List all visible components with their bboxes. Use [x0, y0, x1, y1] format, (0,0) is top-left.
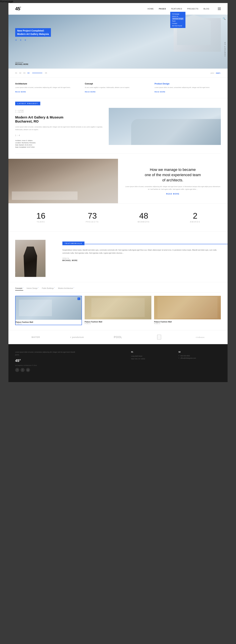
- nav-link-blog[interactable]: BLOG: [204, 8, 209, 10]
- pag-05[interactable]: 05: [45, 72, 47, 74]
- search-icon[interactable]: 🔍: [223, 17, 226, 20]
- project-date-completed: Date Completed: 10.07.2016: [15, 146, 104, 148]
- facebook-icon[interactable]: f: [15, 368, 19, 372]
- project-card-image-2: [154, 296, 221, 320]
- project-title: Modern Art Gallery & MuseumBucharest, RO: [15, 115, 104, 123]
- project-card-0[interactable]: 1 Palace Fashion Mall PUBLIC: [15, 296, 82, 325]
- pagination-section: 01 02 03 04 05 prev next ›: [8, 68, 228, 78]
- pagination-prev[interactable]: prev: [210, 72, 214, 74]
- project-card-2[interactable]: Palace Fashion Mall PUBLIC: [154, 296, 221, 325]
- browser-tab-label: Homepage: [0, 0, 13, 3]
- twitter-icon[interactable]: t: [20, 368, 24, 372]
- pag-03[interactable]: 03: [24, 72, 26, 74]
- nav-link-home[interactable]: HOME: [148, 8, 154, 10]
- footer-phone-row: P 555-555-9555: [178, 355, 221, 357]
- project-card-1[interactable]: Palace Fashion Mall PUBLIC: [84, 296, 152, 325]
- footer-about-col: Lorem ipsum dolor sit amet, consectetur …: [15, 351, 79, 372]
- feature-text-0: Lorem ipsum dolor sit amet, consectetur …: [15, 86, 82, 89]
- footer-address: Long Wall Street New York, NY 10032: [131, 355, 174, 360]
- filter-tab-interior[interactable]: Interior Design *: [27, 287, 38, 290]
- footer-phone-label: P: [178, 355, 179, 357]
- dropdown-item-404[interactable]: 404 Not Found: [172, 24, 184, 27]
- footer-col-title-01: 01: [131, 351, 174, 353]
- dropdown-item-services-single[interactable]: Services Single: [172, 18, 184, 20]
- about-desk-element: [12, 192, 78, 200]
- footer-top: Lorem ipsum dolor sit amet, consectetur …: [15, 351, 221, 372]
- filter-tab-public[interactable]: Public Buildings *: [42, 287, 54, 290]
- project-left: 1 — 4 of 987 1 — 64 of 87 Modern Art Gal…: [15, 108, 109, 148]
- pagination-controls: prev next ›: [210, 72, 221, 74]
- dropdown-item-team[interactable]: Team: [172, 20, 184, 22]
- testimonials-author: MICHAEL MORE: [62, 260, 221, 262]
- about-read-more[interactable]: READ MORE: [125, 193, 221, 195]
- read-more-2[interactable]: READ MORE: [154, 91, 165, 93]
- read-more-0[interactable]: READ MORE: [15, 91, 26, 93]
- feature-architecture: Architecture Lorem ipsum dolor sit amet,…: [15, 82, 82, 93]
- stat-projects: 73 PROJECTS: [66, 212, 118, 223]
- footer-spacer: [84, 351, 126, 372]
- nav-link-projects[interactable]: PROJECTS: [187, 8, 198, 10]
- stat-number-members: 48: [118, 212, 170, 220]
- project-card-type-1: PUBLIC: [84, 323, 152, 324]
- project-nav-next[interactable]: 4: [19, 134, 20, 136]
- project-sub: 1 — 4 of 987 1 — 64 of 87: [15, 110, 104, 113]
- dropdown-item-homepage[interactable]: Homepage: [172, 13, 184, 15]
- dropdown-item-about[interactable]: About Us: [172, 15, 184, 18]
- testimonials-left: 4: [8, 236, 56, 277]
- project-card-name-2: Palace Fashion Mall: [154, 321, 221, 323]
- browser-bar: Homepage: [0, 0, 236, 3]
- footer-contact-col: 02 P 555-555-9555 E office@45degrees.com: [178, 351, 221, 372]
- pagination-progress-line: [32, 73, 42, 73]
- about-content: How we manage to becameone of the most e…: [118, 159, 228, 203]
- hamburger-icon[interactable]: [218, 8, 221, 10]
- hero-design-label: Design by: [15, 62, 28, 63]
- nav-logo[interactable]: 45°: [15, 6, 21, 12]
- dropdown-item-contact[interactable]: Contact: [172, 22, 184, 24]
- testimonials-quote: Suspendisse metus turpis, blandit sed do…: [62, 248, 221, 255]
- filter-tab-modern[interactable]: Modern Architecture *: [58, 287, 74, 290]
- latest-project-header: LATEST PROJECT: [15, 98, 221, 108]
- testimonials-section: 4 TESTIMONIALS Suspendisse metus turpis,…: [8, 232, 228, 282]
- footer-email-row: E office@45degrees.com: [178, 357, 221, 359]
- testimonials-right: TESTIMONIALS Suspendisse metus turpis, b…: [56, 236, 228, 277]
- testimonials-line: [82, 244, 228, 244]
- footer-address-col: 01 Long Wall Street New York, NY 10032: [131, 351, 174, 372]
- logo-water: WATER: [15, 336, 56, 338]
- footer-email: office@45degrees.com: [180, 357, 196, 359]
- stat-awards: 2 AWARDS: [170, 212, 221, 223]
- project-display: 1 — 4 of 987 1 — 64 of 87 Modern Art Gal…: [15, 108, 221, 154]
- hero-credit: Design by MICHAEL MORE: [15, 62, 28, 65]
- pagination-next[interactable]: next ›: [216, 72, 221, 74]
- pag-04-active[interactable]: 04: [28, 72, 30, 74]
- read-more-1[interactable]: READ MORE: [85, 91, 96, 93]
- filter-tabs: Concepts * Interior Design * Public Buil…: [15, 287, 221, 292]
- stat-label-awards: AWARDS: [170, 221, 221, 223]
- nav-link-pages[interactable]: PAGES: [159, 8, 166, 10]
- pag-01[interactable]: 01: [15, 72, 17, 74]
- testimonials-label: TESTIMONIALS: [62, 242, 84, 245]
- hero-section: New Project Completed: Modern Art Galler…: [8, 15, 228, 68]
- contact-us-label: CONTACT US: [224, 42, 226, 56]
- google-icon[interactable]: g: [26, 368, 30, 372]
- stat-label-projects: PROJECTS: [66, 221, 118, 223]
- hero-content: New Project Completed: Modern Art Galler…: [15, 28, 51, 42]
- project-nav-prev[interactable]: 1: [15, 134, 16, 136]
- testimonials-nav: 4: [15, 272, 16, 274]
- projects-grid: 1 Palace Fashion Mall PUBLIC Palace Fash…: [15, 296, 221, 330]
- project-meta: Architect: Anne D. Delano Location: Buch…: [15, 140, 104, 148]
- stat-label-members: MEMBERS: [118, 221, 170, 223]
- project-nav: 1 / 4: [15, 134, 104, 136]
- feature-title-1: Concept: [85, 82, 151, 85]
- feature-title-0: Architecture: [15, 82, 82, 85]
- footer: Lorem ipsum dolor sit amet, consectetur …: [8, 344, 228, 382]
- filter-tab-concepts[interactable]: Concepts *: [15, 287, 23, 290]
- stat-number-projects: 73: [66, 212, 118, 220]
- project-desc: Lorem ipsum dolor sit amet, consectetur …: [15, 126, 104, 131]
- footer-about-text: Lorem ipsum dolor sit amet, consectetur …: [15, 351, 79, 356]
- stat-years: 16 YEARS: [15, 212, 66, 223]
- pages-dropdown[interactable]: Homepage About Us Services Single Team C…: [170, 12, 186, 28]
- footer-col-title-02: 02: [178, 351, 221, 353]
- pag-02[interactable]: 02: [19, 72, 21, 74]
- nav-link-features[interactable]: FEATURES: [171, 8, 182, 10]
- project-card-image-0: 1: [16, 296, 82, 320]
